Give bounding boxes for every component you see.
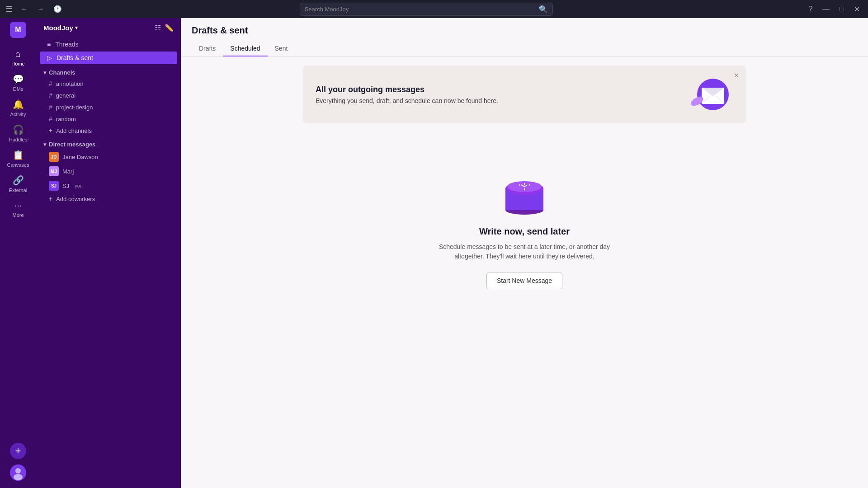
rail-item-home[interactable]: ⌂ Home [0,45,36,70]
workspace-avatar[interactable]: M [10,22,26,38]
svg-point-2 [14,474,23,480]
rail-item-huddles[interactable]: 🎧 Huddles [0,121,36,146]
sidebar-item-threads[interactable]: ≡ Threads [40,38,177,51]
svg-point-1 [15,468,21,474]
forward-button[interactable]: → [34,3,47,15]
title-bar-left: ☰ ← → 🕐 [5,3,65,15]
main-content: Drafts & sent Drafts Scheduled Sent All … [181,18,868,488]
tab-sent[interactable]: Sent [268,41,295,56]
clock-illustration [495,161,554,216]
chevron-down-icon: ▾ [75,25,78,31]
close-button[interactable]: ✕ [851,3,863,15]
hash-icon: # [49,92,52,99]
user-avatar[interactable] [10,465,26,481]
compose-icon[interactable]: ✏️ [165,23,174,32]
banner-description: Everything you send, draft, and schedule… [316,97,498,104]
hamburger-icon[interactable]: ☰ [5,4,13,14]
banner-title: All your outgoing messages [316,85,498,94]
envelope-illustration [679,76,733,113]
dm-section-label: Direct messages [49,141,95,148]
rail-item-canvases[interactable]: 📋 Canvases [0,146,36,171]
dm-name-marj: Marj [62,168,74,175]
channels-section-label: Channels [49,69,75,76]
rail-more-label: More [12,212,24,218]
hash-icon: # [49,80,52,87]
sidebar-item-drafts[interactable]: ▷ Drafts & sent [40,52,177,64]
page-title: Drafts & sent [192,25,857,36]
add-workspace-button[interactable]: + [10,443,26,459]
dm-toggle-icon: ▾ [43,141,46,148]
main-header: Drafts & sent Drafts Scheduled Sent [181,18,868,56]
dm-name-jane: Jane Dawson [62,154,98,160]
sidebar-header: MoodJoy ▾ ☷ ✏️ [36,18,181,38]
rail-item-more[interactable]: ··· More [0,197,36,221]
channel-item-random[interactable]: # random [36,113,181,125]
channel-item-general[interactable]: # general [36,89,181,101]
rail-dms-label: DMs [13,86,24,92]
history-button[interactable]: 🕐 [51,3,65,15]
tab-drafts[interactable]: Drafts [192,41,223,56]
nav-controls: ← → 🕐 [18,3,65,15]
rail-item-external[interactable]: 🔗 External [0,171,36,197]
tab-scheduled[interactable]: Scheduled [223,41,267,56]
search-input-wrap[interactable]: 🔍 [300,3,553,16]
title-bar: ☰ ← → 🕐 🔍 ? — □ ✕ [0,0,868,18]
search-icon: 🔍 [539,5,548,14]
icon-rail: M ⌂ Home 💬 DMs 🔔 Activity 🎧 Huddles 📋 Ca… [0,18,36,488]
plus-icon: + [49,127,52,134]
tabs: Drafts Scheduled Sent [192,41,857,56]
dm-section-header[interactable]: ▾ Direct messages [36,136,181,150]
sidebar-header-icons: ☷ ✏️ [155,23,174,32]
rail-activity-label: Activity [10,112,26,117]
filter-icon[interactable]: ☷ [155,23,161,32]
start-new-message-button[interactable]: Start New Message [486,272,562,289]
rail-canvases-label: Canvases [7,162,29,168]
drafts-icon: ▷ [47,54,52,61]
more-icon: ··· [14,200,22,211]
help-button[interactable]: ? [806,3,815,15]
cta-title: Write now, send later [479,226,570,237]
add-channels-button[interactable]: + Add channels [36,125,181,136]
external-icon: 🔗 [13,175,24,186]
app-body: M ⌂ Home 💬 DMs 🔔 Activity 🎧 Huddles 📋 Ca… [0,18,868,488]
hash-icon: # [49,115,52,122]
back-button[interactable]: ← [18,3,31,15]
workspace-name[interactable]: MoodJoy ▾ [43,24,78,32]
drafts-label: Drafts & sent [57,54,93,61]
add-coworkers-label: Add coworkers [56,196,95,202]
channel-name: random [56,116,76,122]
dm-avatar-sj: SJ [49,181,59,191]
rail-home-label: Home [11,61,24,66]
you-badge: you [75,183,83,188]
rail-item-dms[interactable]: 💬 DMs [0,70,36,95]
search-bar: 🔍 [300,3,571,16]
rail-item-activity[interactable]: 🔔 Activity [0,95,36,121]
channels-section-header[interactable]: ▾ Channels [36,65,181,78]
banner-close-button[interactable]: × [734,71,739,80]
dm-avatar-marj: MJ [49,166,59,176]
add-coworkers-button[interactable]: + Add coworkers [36,193,181,205]
minimize-button[interactable]: — [820,3,832,15]
home-icon: ⌂ [15,49,21,59]
channel-item-project-design[interactable]: # project-design [36,101,181,113]
channels-toggle-icon: ▾ [43,70,46,76]
banner-text: All your outgoing messages Everything yo… [316,85,498,104]
maximize-button[interactable]: □ [837,3,847,15]
rail-huddles-label: Huddles [9,137,27,142]
rail-external-label: External [9,188,27,193]
dm-item-marj[interactable]: MJ Marj [36,164,181,178]
channel-name: general [56,92,75,99]
main-body: All your outgoing messages Everything yo… [181,56,868,488]
dm-item-jane[interactable]: JD Jane Dawson [36,150,181,164]
threads-label: Threads [55,41,78,48]
canvases-icon: 📋 [13,150,24,160]
title-bar-right: ? — □ ✕ [806,3,863,15]
search-input[interactable] [305,6,536,13]
dms-icon: 💬 [13,74,24,84]
add-channels-label: Add channels [56,127,92,134]
dm-item-sj[interactable]: SJ SJ you [36,178,181,193]
hash-icon: # [49,103,52,111]
channel-name: annotation [56,80,84,87]
plus-icon: + [49,195,52,202]
channel-item-annotation[interactable]: # annotation [36,78,181,89]
